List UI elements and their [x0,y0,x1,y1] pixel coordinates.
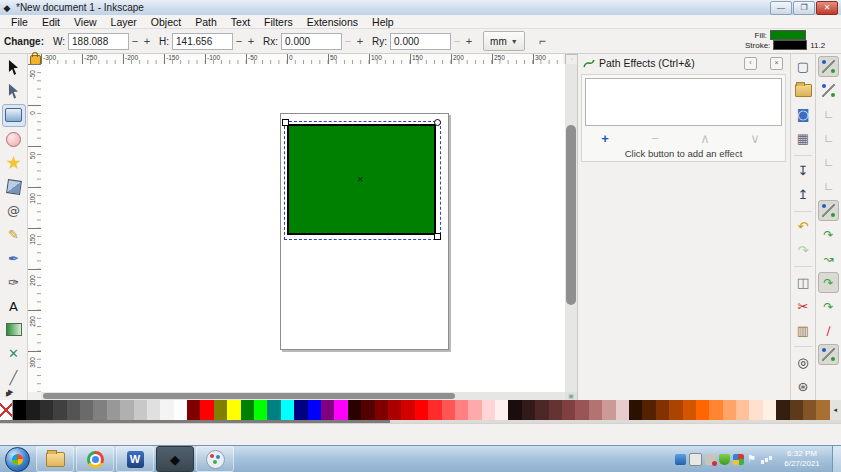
snap-bbox-corners[interactable]: ∟ [818,128,839,149]
unit-dropdown[interactable]: mm ▼ [483,31,525,51]
star-tool[interactable] [2,151,26,174]
undo-button[interactable]: ↶ [793,217,813,237]
show-desktop-button[interactable] [832,446,841,472]
restore-button[interactable]: ❐ [793,1,815,15]
palette-swatch[interactable] [495,400,508,420]
connector-tool[interactable] [2,318,26,341]
calligraphy-tool[interactable]: ✒ [2,247,26,270]
palette-swatch[interactable] [241,400,254,420]
palette-swatch[interactable] [589,400,602,420]
palette-swatch[interactable] [629,400,642,420]
tray-flag-icon[interactable] [747,454,758,465]
menu-object[interactable]: Object [144,16,188,28]
tray-app-icon[interactable] [675,454,686,465]
palette-swatch[interactable] [107,400,120,420]
snap-paths[interactable]: ↷ [818,224,839,245]
rx-field-increase-button[interactable]: + [354,35,366,47]
palette-swatch[interactable] [508,400,521,420]
palette-swatch[interactable] [683,400,696,420]
palette-swatch[interactable] [294,400,307,420]
palette-swatch[interactable] [401,400,414,420]
snap-bbox-edge-midpoints[interactable]: ∟ [818,152,839,173]
tray-shield-icon[interactable] [719,454,730,465]
palette-swatch[interactable] [388,400,401,420]
menu-file[interactable]: File [4,16,35,28]
horizontal-scrollbar-thumb[interactable] [43,393,455,399]
palette-swatch[interactable] [763,400,776,420]
resize-handle-topleft[interactable] [282,119,289,126]
palette-swatch[interactable] [375,400,388,420]
palette-swatch[interactable] [53,400,66,420]
palette-swatch[interactable] [200,400,213,420]
rx-field-decrease-button[interactable]: − [342,35,354,47]
tray-color-grid-icon[interactable] [733,454,744,465]
palette-swatch[interactable] [455,400,468,420]
snap-bbox-edges[interactable]: ∟ [818,104,839,125]
move-effect-up-button[interactable]: ∧ [695,131,715,146]
taskbar-explorer-button[interactable] [36,446,74,472]
box3d-tool[interactable] [2,175,26,198]
taskbar-word-button[interactable]: W [116,446,154,472]
duplicate-button[interactable]: ◫ [793,272,813,292]
palette-swatch[interactable] [321,400,334,420]
toolbox-overflow-arrow[interactable]: ▶ [8,388,13,396]
panel-collapse-button[interactable]: ‹ [744,57,757,70]
palette-swatch[interactable] [67,400,80,420]
palette-swatch[interactable] [442,400,455,420]
zoom-drawing-button[interactable]: ◎ [793,352,813,372]
close-button[interactable]: ✕ [816,1,838,15]
palette-swatch[interactable] [361,400,374,420]
palette-swatch[interactable] [468,400,481,420]
palette-swatch[interactable] [227,400,240,420]
palette-swatch[interactable] [415,400,428,420]
remove-effect-button[interactable]: − [645,131,665,146]
rx-field[interactable]: 0.000 [281,33,342,50]
effect-list[interactable] [585,78,782,126]
corner-radius-handle[interactable] [434,119,441,126]
palette-swatch[interactable] [669,400,682,420]
palette-swatch[interactable] [267,400,280,420]
add-effect-button[interactable]: + [595,131,615,146]
palette-swatch[interactable] [334,400,347,420]
new-document-button[interactable]: ▢ [793,57,813,77]
dropper-tool[interactable]: ╱ [2,366,26,389]
selector-tool[interactable] [2,56,26,79]
palette-swatch[interactable] [549,400,562,420]
taskbar-clock[interactable]: 6:32 PM 6/27/2021 [776,449,828,469]
menu-edit[interactable]: Edit [35,16,67,28]
palette-swatch[interactable] [723,400,736,420]
text-tool[interactable]: A [2,295,26,318]
sharp-corners-icon[interactable]: ⌐ [539,34,546,48]
width-field[interactable]: 188.088 [68,33,129,50]
palette-swatch[interactable] [736,400,749,420]
save-document-button[interactable]: ◙ [793,105,813,125]
palette-swatch[interactable] [535,400,548,420]
menu-view[interactable]: View [67,16,104,28]
palette-scroll-arrow[interactable]: ◂ [830,400,841,420]
palette-swatch[interactable] [93,400,106,420]
snap-others[interactable] [818,344,839,365]
palette-swatch[interactable] [642,400,655,420]
height-field-decrease-button[interactable]: − [233,35,245,47]
no-color-swatch[interactable] [0,400,13,420]
open-document-button[interactable] [793,81,813,101]
palette-swatch[interactable] [147,400,160,420]
palette-swatch[interactable] [709,400,722,420]
minimize-button[interactable]: — [770,1,792,15]
palette-swatch[interactable] [656,400,669,420]
horizontal-scrollbar[interactable] [41,392,565,400]
menu-filters[interactable]: Filters [257,16,300,28]
palette-swatch[interactable] [790,400,803,420]
palette-swatch[interactable] [80,400,93,420]
rectangle-tool[interactable] [2,104,26,127]
vertical-scrollbar[interactable] [565,64,577,392]
menu-layer[interactable]: Layer [104,16,144,28]
snap-smooth-nodes[interactable]: ↷ [818,296,839,317]
start-button[interactable] [5,447,30,472]
panel-close-button[interactable]: × [770,57,783,70]
palette-swatch[interactable] [187,400,200,420]
menu-help[interactable]: Help [365,16,401,28]
palette-swatch[interactable] [13,400,26,420]
cut-button[interactable]: ✂ [793,296,813,316]
ry-field-decrease-button[interactable]: − [451,35,463,47]
